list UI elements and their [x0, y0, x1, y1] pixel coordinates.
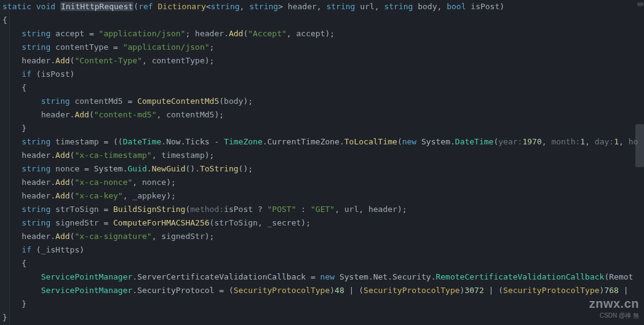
code-line: string strToSign = BuildSignString(metho… — [2, 203, 636, 216]
code-line: } — [2, 297, 636, 311]
code-line: } — [2, 311, 636, 324]
code-line: string signedStr = ComputeForHMACSHA256(… — [2, 216, 636, 230]
code-line: header.Add("x-ca-signature", signedStr); — [2, 230, 636, 243]
param-hint: day: — [595, 137, 614, 146]
code-line: } — [2, 122, 636, 135]
code-line: header.Add("x-ca-timestamp", timestamp); — [2, 149, 636, 162]
code-line: ServicePointManager.SecurityProtocol = (… — [2, 284, 636, 297]
code-line: if (_isHttps) — [2, 243, 636, 257]
code-line: if (isPost) — [2, 68, 636, 81]
code-line: string contentMd5 = ComputeContentMd5(bo… — [2, 95, 636, 108]
code-editor[interactable]: static void InitHttpRequest(ref Dictiona… — [0, 0, 644, 325]
code-line: string timestamp = ((DateTime.Now.Ticks … — [2, 135, 636, 149]
code-line: header.Add("x-ca-key", _appkey); — [2, 189, 636, 203]
param-hint: month: — [551, 137, 580, 146]
code-line: string accept = "application/json"; head… — [2, 27, 636, 41]
code-line: { — [2, 81, 636, 95]
code-area[interactable]: static void InitHttpRequest(ref Dictiona… — [2, 0, 636, 324]
param-hint: year: — [498, 137, 522, 146]
code-line: { — [2, 14, 636, 27]
param-hint: method: — [190, 205, 224, 214]
minimap-marker — [637, 2, 643, 6]
code-line: { — [2, 257, 636, 270]
code-line: header.Add("Content-Type", contentType); — [2, 54, 636, 68]
code-line: string contentType = "application/json"; — [2, 41, 636, 54]
code-line: ServicePointManager.ServerCertificateVal… — [2, 270, 636, 284]
code-line: static void InitHttpRequest(ref Dictiona… — [2, 0, 636, 14]
scrollbar[interactable] — [635, 0, 644, 325]
code-line: header.Add("content-md5", contentMd5); — [2, 108, 636, 122]
code-line: header.Add("x-ca-nonce", nonce); — [2, 176, 636, 189]
code-line: string nonce = System.Guid.NewGuid().ToS… — [2, 162, 636, 176]
